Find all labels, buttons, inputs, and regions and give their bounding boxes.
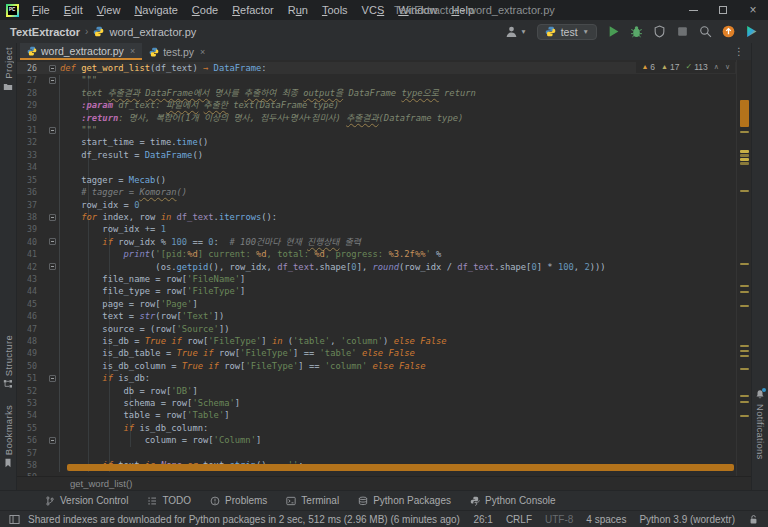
fold-end-icon[interactable] — [49, 127, 56, 134]
status-python-3-9-wordextr-[interactable]: Python 3.9 (wordextr) — [639, 514, 735, 525]
menu-file[interactable]: File — [25, 0, 57, 20]
fold-collapse-icon[interactable] — [49, 65, 56, 72]
inspections-widget[interactable]: ▲6 ▲17 ✓113 ∧ ∨ — [636, 60, 735, 73]
tab-word_extractor-py[interactable]: word_extractor.py× — [20, 43, 142, 60]
error-stripe-mark[interactable] — [740, 355, 749, 357]
fold-end-icon[interactable] — [49, 263, 56, 270]
error-stripe-mark[interactable] — [740, 305, 749, 307]
error-stripe-mark[interactable] — [740, 154, 749, 157]
error-stripe-mark[interactable] — [740, 162, 749, 165]
tab-test-py[interactable]: test.py× — [142, 43, 212, 60]
error-stripe-mark[interactable] — [740, 263, 749, 265]
code-line-42[interactable]: 42 (os.getpid(), row_idx, df_text.shape[… — [17, 261, 736, 273]
code-line-57[interactable]: 57 — [17, 447, 736, 459]
menu-run[interactable]: Run — [281, 0, 315, 20]
minimize-button[interactable] — [678, 0, 708, 20]
code-line-31[interactable]: 31 """ — [17, 124, 736, 136]
run-button[interactable] — [607, 25, 620, 38]
tool-stripe-bookmarks[interactable]: Bookmarks — [3, 405, 14, 468]
code-line-34[interactable]: 34 — [17, 161, 736, 173]
coverage-button[interactable] — [653, 25, 666, 38]
typo-count[interactable]: ✓113 — [685, 62, 707, 72]
breadcrumb-function[interactable]: get_word_list() — [70, 478, 132, 489]
code-line-52[interactable]: 52 db = row['DB'] — [17, 385, 736, 397]
code-line-54[interactable]: 54 table = row['Table'] — [17, 409, 736, 421]
fold-collapse-icon[interactable] — [49, 214, 56, 221]
error-stripe-mark[interactable] — [740, 285, 749, 287]
code-line-45[interactable]: 45 page = row['Page'] — [17, 298, 736, 310]
error-stripe-mark[interactable] — [740, 291, 749, 293]
error-stripe-mark[interactable] — [740, 131, 749, 133]
error-stripe[interactable] — [736, 60, 751, 476]
horizontal-scrollbar[interactable] — [67, 464, 734, 471]
code-line-30[interactable]: 30 :return: 명사, 복합어(1개 이상의 명사, 접두사+명사+접미… — [17, 112, 736, 124]
code-line-36[interactable]: 36 # tagger = Komoran() — [17, 186, 736, 198]
code-line-59[interactable]: 59 — [17, 471, 736, 476]
code-line-40[interactable]: 40 if row_idx % 100 == 0: # 100건마다 현재 진행… — [17, 236, 736, 248]
menu-navigate[interactable]: Navigate — [127, 0, 184, 20]
error-stripe-mark[interactable] — [740, 190, 749, 192]
code-line-32[interactable]: 32 start_time = time.time() — [17, 136, 736, 148]
warning-count[interactable]: ▲17 — [661, 62, 679, 72]
code-line-29[interactable]: 29 :param df_text: 파일에서 추출한 text(DataFra… — [17, 99, 736, 111]
fold-collapse-icon[interactable] — [49, 238, 56, 245]
status-26-1[interactable]: 26:1 — [473, 514, 492, 525]
error-stripe-mark[interactable] — [740, 345, 749, 347]
code-line-28[interactable]: 28 text 추출결과 DataFrame에서 명사를 추출하여 최종 out… — [17, 87, 736, 99]
toolwindow-python-console[interactable]: Python Console — [470, 495, 556, 506]
close-tab-icon[interactable]: × — [130, 46, 135, 56]
menu-edit[interactable]: Edit — [57, 0, 90, 20]
status-message[interactable]: Shared indexes are downloaded for Python… — [28, 514, 460, 525]
code-editor[interactable]: 26def get_word_list(df_text) → DataFrame… — [17, 60, 751, 476]
breadcrumb-file[interactable]: word_extractor.py — [109, 26, 196, 38]
error-stripe-mark[interactable] — [740, 150, 749, 153]
user-dropdown[interactable]: ▼ — [505, 25, 526, 38]
menu-vcs[interactable]: VCS — [355, 0, 392, 20]
stop-button[interactable] — [676, 25, 689, 38]
code-line-27[interactable]: 27 """ — [17, 74, 736, 86]
menu-code[interactable]: Code — [185, 0, 225, 20]
code-line-35[interactable]: 35 tagger = Mecab() — [17, 174, 736, 186]
prev-problem-button[interactable]: ∧ — [714, 63, 719, 71]
next-problem-button[interactable]: ∨ — [725, 63, 730, 71]
tool-window-switcher-icon[interactable] — [9, 514, 20, 525]
code-line-39[interactable]: 39 row_idx += 1 — [17, 223, 736, 235]
code-line-49[interactable]: 49 is_db_table = True if row['FileType']… — [17, 347, 736, 359]
close-tab-icon[interactable]: × — [200, 47, 205, 57]
fold-collapse-icon[interactable] — [49, 437, 56, 444]
menu-tools[interactable]: Tools — [315, 0, 355, 20]
toolwindow-todo[interactable]: TODO — [147, 495, 191, 506]
tool-stripe-project[interactable]: Project — [3, 47, 14, 92]
error-stripe-mark[interactable] — [740, 350, 749, 352]
code-line-33[interactable]: 33 df_result = DataFrame() — [17, 149, 736, 161]
tool-stripe-structure[interactable]: Structure — [3, 335, 14, 389]
code-line-44[interactable]: 44 file_type = row['FileType'] — [17, 285, 736, 297]
services-button[interactable] — [745, 25, 758, 38]
code-line-43[interactable]: 43 file_name = row['FileName'] — [17, 273, 736, 285]
toolwindow-python-packages[interactable]: Python Packages — [358, 495, 451, 506]
error-stripe-mark[interactable] — [740, 401, 749, 403]
update-button[interactable] — [722, 25, 735, 38]
code-line-50[interactable]: 50 is_db_column = True if row['FileType'… — [17, 360, 736, 372]
status-utf-8[interactable]: UTF-8 — [545, 514, 573, 525]
code-line-56[interactable]: 56 column = row['Column'] — [17, 434, 736, 446]
error-stripe-mark[interactable] — [740, 158, 749, 161]
code-line-46[interactable]: 46 text = str(row['Text']) — [17, 310, 736, 322]
debug-button[interactable] — [630, 25, 643, 38]
breadcrumb-project[interactable]: TextExtractor — [10, 26, 80, 38]
tab-options-icon[interactable]: ⋮ — [727, 43, 751, 60]
error-count[interactable]: ▲6 — [641, 62, 655, 72]
tool-stripe-notifications[interactable]: Notifications — [755, 389, 766, 460]
code-line-55[interactable]: 55 if is_db_column: — [17, 422, 736, 434]
code-line-53[interactable]: 53 schema = row['Schema'] — [17, 397, 736, 409]
search-everywhere-button[interactable] — [699, 25, 712, 38]
code-line-47[interactable]: 47 source = (row['Source']) — [17, 323, 736, 335]
menu-view[interactable]: View — [90, 0, 128, 20]
code-line-51[interactable]: 51 if is_db: — [17, 372, 736, 384]
code-line-26[interactable]: 26def get_word_list(df_text) → DataFrame… — [17, 62, 736, 74]
fold-collapse-icon[interactable] — [49, 375, 56, 382]
toolwindow-terminal[interactable]: Terminal — [286, 495, 339, 506]
menu-refactor[interactable]: Refactor — [225, 0, 281, 20]
error-stripe-mark[interactable] — [740, 368, 749, 370]
status-4-spaces[interactable]: 4 spaces — [586, 514, 626, 525]
